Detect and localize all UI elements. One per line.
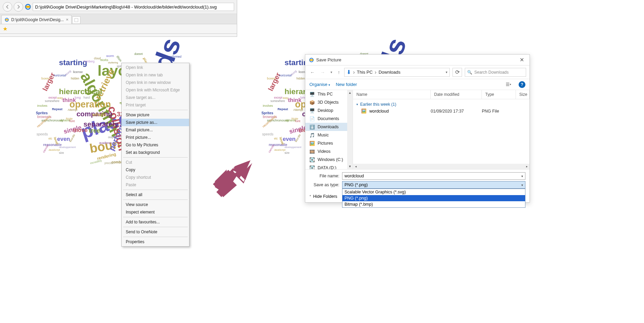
svg-text:font: font xyxy=(70,119,75,123)
file-icon: 🖼️ xyxy=(361,108,367,114)
svg-text:text: text xyxy=(106,126,111,129)
nav-item[interactable]: 🖥️This PC xyxy=(305,90,353,98)
svg-text:cloud: cloud xyxy=(94,57,101,60)
context-menu-item[interactable]: Inspect element xyxy=(122,208,189,216)
context-menu-item[interactable]: Email picture... xyxy=(122,126,189,134)
svg-text:Feinberg: Feinberg xyxy=(83,60,95,63)
horizontal-scrollbar[interactable]: ◂ ▸ xyxy=(353,164,530,169)
nav-back-icon[interactable]: ← xyxy=(309,70,316,75)
nav-scrollbar[interactable]: ▲ ▼ xyxy=(347,90,353,169)
context-menu-item: Open link in new tab xyxy=(122,71,189,79)
col-date[interactable]: Date modified xyxy=(431,90,482,99)
context-menu-item: Open link in new window xyxy=(122,79,189,86)
hide-folders-button[interactable]: Hide Folders xyxy=(313,194,337,199)
file-name-input[interactable]: wordcloud ▾ xyxy=(342,172,525,180)
help-button[interactable]: ? xyxy=(519,81,525,88)
svg-text:way: way xyxy=(282,96,289,100)
context-menu-item[interactable]: Show picture xyxy=(122,111,189,119)
context-menu-item[interactable]: Go to My Pictures xyxy=(122,141,189,149)
scroll-down-icon[interactable]: ▼ xyxy=(347,164,353,169)
nav-up-icon[interactable]: ↑ xyxy=(336,70,341,75)
nav-item[interactable]: 📦3D Objects xyxy=(305,98,353,106)
view-options-button[interactable]: ☰ ▾ xyxy=(504,81,513,88)
scroll-up-icon[interactable]: ▲ xyxy=(347,90,353,96)
new-tab-button[interactable] xyxy=(72,16,80,24)
context-menu-item[interactable]: Set as background xyxy=(122,149,189,156)
save-type-option[interactable]: PNG (*.png) xyxy=(342,195,525,201)
svg-text:worm: worm xyxy=(106,54,114,58)
nav-item[interactable]: 📄Documents xyxy=(305,115,353,123)
svg-text:developpement: developpement xyxy=(59,146,76,149)
svg-text:Works: Works xyxy=(100,59,108,62)
nav-item[interactable]: 💽DATA (D:) xyxy=(305,164,353,169)
svg-text:font: font xyxy=(295,119,301,123)
context-menu-item[interactable]: View source xyxy=(122,201,189,208)
nav-forward-icon[interactable]: → xyxy=(319,70,326,75)
search-input[interactable]: 🔍 Search Downloads xyxy=(465,68,526,77)
search-icon: 🔍 xyxy=(467,70,472,75)
recent-locations-icon[interactable]: ▾ xyxy=(329,70,334,74)
nav-item[interactable]: 🖼️Pictures xyxy=(305,139,353,147)
chevron-down-icon[interactable]: ▾ xyxy=(446,70,447,74)
save-type-option[interactable]: Bitmap (*.bmp) xyxy=(342,201,525,207)
breadcrumb-seg[interactable]: This PC xyxy=(357,70,372,75)
context-menu-item[interactable]: Save picture as... xyxy=(122,119,189,126)
svg-text:license: license xyxy=(73,70,83,74)
svg-point-1 xyxy=(26,6,30,8)
svg-text:even: even xyxy=(57,136,70,142)
tab-close-icon[interactable]: ✕ xyxy=(66,18,68,21)
svg-text:speeds: speeds xyxy=(262,132,273,136)
folder-icon: 💽 xyxy=(309,157,315,162)
svg-text:way: way xyxy=(57,96,63,100)
address-bar[interactable]: D:\joli9\Google Drive\Design\Marketing\B… xyxy=(33,3,234,11)
svg-text:hidden: hidden xyxy=(296,77,305,80)
browser-tab[interactable]: D:\joli9\Google Drive\Desig... ✕ xyxy=(1,15,72,24)
breadcrumb[interactable]: ⬇ › This PC › Downloads ▾ xyxy=(344,68,450,77)
nav-item[interactable]: 🖥️Desktop xyxy=(305,106,353,115)
context-menu-item[interactable]: Select all xyxy=(122,191,189,199)
context-menu-item: Copy shortcut xyxy=(122,174,189,181)
save-type-combo[interactable]: PNG (*.png) ▾ xyxy=(342,181,525,189)
refresh-button[interactable]: ⟳ xyxy=(453,68,462,77)
save-picture-dialog: Save Picture ✕ ← → ▾ ↑ ⬇ › This PC › Dow… xyxy=(305,54,530,203)
nav-item[interactable]: 🎵Music xyxy=(305,131,353,139)
context-menu-item[interactable]: Copy xyxy=(122,166,189,174)
col-name[interactable]: Name xyxy=(353,90,431,99)
favorites-bar: ★ xyxy=(0,24,237,34)
nav-item[interactable]: ⬇️Downloads xyxy=(305,123,353,131)
scroll-left-icon[interactable]: ◂ xyxy=(353,165,358,168)
file-group-header[interactable]: ▾ Earlier this week (1) xyxy=(353,101,530,107)
svg-text:etc: etc xyxy=(274,137,278,140)
new-folder-button[interactable]: New folder xyxy=(336,82,357,87)
svg-text:starting: starting xyxy=(59,58,87,67)
svg-text:Attempt: Attempt xyxy=(293,108,303,112)
col-size[interactable]: Size xyxy=(516,90,530,99)
forward-button[interactable] xyxy=(14,2,23,12)
scroll-right-icon[interactable]: ▸ xyxy=(524,165,530,168)
nav-item[interactable]: 💽Windows (C:) xyxy=(305,156,353,164)
context-menu-item[interactable]: Add to favourites... xyxy=(122,218,189,226)
svg-text:size: size xyxy=(59,151,64,155)
svg-text:involves: involves xyxy=(263,104,273,107)
chevron-down-icon[interactable]: ▾ xyxy=(521,183,523,187)
svg-text:stuttering: stuttering xyxy=(108,61,118,64)
svg-text:Sprites: Sprites xyxy=(36,111,48,115)
chevron-up-icon[interactable]: ˄ xyxy=(309,195,311,199)
organise-menu[interactable]: Organise ▾ xyxy=(309,82,330,87)
context-menu-item[interactable]: Properties xyxy=(122,238,189,246)
col-type[interactable]: Type xyxy=(482,90,516,99)
svg-text:precise: precise xyxy=(105,162,114,165)
save-type-option[interactable]: Scalable Vector Graphics (*.svg) xyxy=(342,189,525,195)
favorites-star-icon[interactable]: ★ xyxy=(3,26,7,32)
back-button[interactable] xyxy=(3,2,12,12)
file-row[interactable]: 🖼️wordcloud01/09/2020 17:37PNG File xyxy=(353,107,530,115)
context-menu-item[interactable]: Print picture... xyxy=(122,134,189,141)
close-button[interactable]: ✕ xyxy=(518,57,526,63)
breadcrumb-seg[interactable]: Downloads xyxy=(379,70,400,75)
chevron-down-icon[interactable]: ▾ xyxy=(521,174,523,178)
navigation-pane: 🖥️This PC📦3D Objects🖥️Desktop📄Documents⬇… xyxy=(305,90,353,169)
nav-item[interactable]: 🎞️Videos xyxy=(305,147,353,156)
svg-text:boxes: boxes xyxy=(267,77,276,80)
folder-icon: 💽 xyxy=(309,165,315,169)
context-menu-item[interactable]: Send to OneNote xyxy=(122,228,189,236)
